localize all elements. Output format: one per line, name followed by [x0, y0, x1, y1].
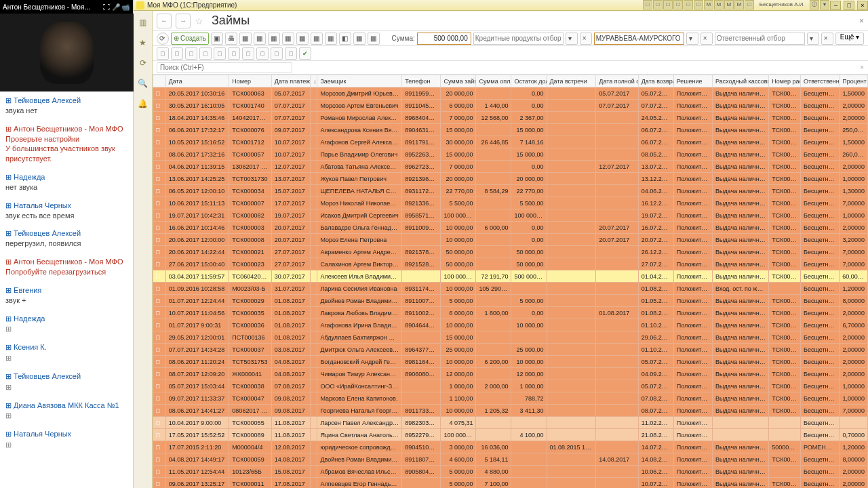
menu-icon[interactable]: ▥ [137, 16, 149, 28]
tb-icon[interactable]: ▾ [820, 0, 829, 9]
tool-icon[interactable]: ▦ [239, 33, 252, 45]
column-header[interactable]: Ответственный [801, 75, 840, 87]
tool-icon[interactable]: ▦ [368, 33, 380, 45]
tool-icon[interactable]: ▦ [353, 33, 366, 45]
tool2-icon[interactable]: □ [199, 47, 212, 60]
office-filter[interactable] [594, 33, 684, 45]
table-row[interactable]: 04.06.2017 11:39:1513062017 07:0012.07.2… [153, 161, 868, 173]
tb-icon[interactable]: □ [673, 0, 683, 9]
mic-icon[interactable]: 🎤 [111, 3, 121, 11]
tb-icon[interactable]: □ [643, 0, 652, 9]
column-header[interactable]: Дата полной оплаты [596, 75, 638, 87]
tool2-icon[interactable]: □ [271, 47, 283, 60]
table-row[interactable]: 10.07.2017 11:04:56ТСК00003501.08.2017Ла… [153, 307, 868, 319]
clear-icon[interactable]: × [701, 33, 713, 45]
tb-icon[interactable]: □ [745, 0, 754, 9]
table-row[interactable]: 01.07.2017 12:24:44ТСК00002901.08.2017Дв… [153, 295, 868, 307]
table-row[interactable]: 13.06.2017 14:25:25ТСТ003173013.07.2017Ж… [153, 173, 868, 185]
column-header[interactable]: Дата возврата [638, 75, 673, 87]
table-row[interactable]: 17.05.2017 15:52:52ТСК00008911.08.2017Яц… [153, 429, 868, 441]
column-header[interactable]: Дата платежа [271, 75, 310, 87]
tool2-icon[interactable]: □ [242, 47, 254, 60]
minimize-button[interactable]: – [830, 1, 841, 10]
tool2-icon[interactable]: □ [228, 47, 240, 60]
apply-button[interactable]: ✔ [299, 47, 311, 60]
tool-icon[interactable]: ▦ [282, 33, 294, 45]
column-header[interactable]: Дата встречи [547, 75, 596, 87]
column-header[interactable]: Телефон [402, 75, 441, 87]
grid-wrapper[interactable]: ДатаНомерДата платежа↓ЗаемщикТелефонСумм… [153, 75, 868, 488]
tool2-icon[interactable]: □ [285, 47, 297, 60]
tool2-icon[interactable]: □ [171, 47, 183, 60]
participant[interactable]: ⊞ Надежданет звука [5, 172, 130, 192]
tb-icon[interactable]: □ [684, 0, 693, 9]
back-button[interactable]: ← [157, 14, 172, 28]
tb-icon[interactable]: M [734, 0, 744, 9]
table-row[interactable]: 08.07.2017 12:09:20ЖК00004104.08.2017Чим… [153, 368, 868, 380]
table-row[interactable]: 18.04.2017 14:35:46140420171…07.07.2017Р… [153, 112, 868, 124]
table-row[interactable]: 04.08.2017 14:49:17ТСК00005914.08.2017Дв… [153, 453, 868, 466]
print-button[interactable]: 🖶 [225, 33, 237, 45]
tool2-icon[interactable]: □ [185, 47, 197, 60]
table-row[interactable]: 08.06.2017 11:20:24ТСТ503175304.08.2017Б… [153, 356, 868, 368]
tool-icon[interactable]: ▦ [268, 33, 280, 45]
column-header[interactable] [153, 75, 166, 87]
table-row[interactable]: 09.06.2017 13:25:17ТСК00001117.08.2017Ал… [153, 478, 868, 489]
table-row[interactable]: 10.06.2017 15:11:13ТСК00000717.07.2017Мо… [153, 197, 868, 209]
tool-icon[interactable]: ▦ [311, 33, 323, 45]
table-row[interactable]: 19.07.2017 10:42:31ТСК00008219.07.2017Ис… [153, 209, 868, 222]
table-row[interactable]: 05.07.2017 15:03:44ТСК00003807.08.2017ОО… [153, 380, 868, 392]
table-row[interactable]: 07.07.2017 14:34:28ТСК00003703.08.2017Дм… [153, 344, 868, 356]
tb-icon[interactable]: M [704, 0, 713, 9]
table-row[interactable]: 01.07.2017 9:00:31ТСК00003601.08.2017Ага… [153, 319, 868, 331]
column-header[interactable]: Остаток долга [511, 75, 547, 87]
clear-icon[interactable]: × [821, 33, 833, 45]
participant[interactable]: ⊞ Надежда⊞ [5, 314, 130, 335]
fav-star-icon[interactable]: ☆ [195, 16, 203, 26]
maximize-button[interactable]: □ [844, 1, 854, 10]
table-row[interactable]: 03.04.2017 11:59:57ТС060420170…30.07.201… [153, 270, 868, 283]
table-row[interactable]: 11.05.2017 12:54:4410123/65Б15.08.2017Аб… [153, 466, 868, 478]
participant[interactable]: ⊞ Антон Бесщетников - Моя МФОПроверьте н… [5, 124, 130, 164]
refresh-button[interactable]: ⟳ [157, 33, 169, 45]
history-icon[interactable]: ⟳ [137, 57, 149, 69]
table-row[interactable]: 20.06.2017 14:22:44ТСК00002127.07.2017Ав… [153, 246, 868, 258]
column-header[interactable]: Сумма оплат [476, 75, 511, 87]
table-row[interactable]: 06.05.2017 12:00:10ТСК00003415.07.2017ЩЕ… [153, 185, 868, 197]
dropdown-icon[interactable]: ▾ [566, 33, 578, 45]
column-header[interactable]: Решение [673, 75, 712, 87]
table-row[interactable]: 30.05.2017 16:10:05ТСК00174007.07.2017Мо… [153, 100, 868, 112]
column-header[interactable]: Процент [840, 75, 868, 87]
tb-icon[interactable]: □ [663, 0, 673, 9]
clear-icon[interactable]: × [580, 33, 592, 45]
table-row[interactable]: 20.06.2017 12:00:00ТСК00000820.07.2017Мо… [153, 234, 868, 246]
participant[interactable]: ⊞ Ксения К.⊞ [5, 342, 130, 363]
column-header[interactable]: ↓ [311, 75, 317, 87]
bell-icon[interactable]: 🔔 [137, 98, 149, 110]
table-row[interactable]: 09.07.2017 11:33:37ТСК00004709.08.2017Ма… [153, 392, 868, 405]
participant[interactable]: ⊞ Евгениязвук + [5, 285, 130, 306]
responsible-filter[interactable] [715, 33, 805, 45]
column-header[interactable]: Дата [165, 75, 229, 87]
table-row[interactable]: 20.05.2017 10:30:16ТСК00006305.07.2017Мо… [153, 87, 868, 100]
dropdown-icon[interactable]: ▾ [807, 33, 819, 45]
tool2-icon[interactable]: □ [157, 47, 169, 60]
product-filter[interactable] [473, 33, 564, 45]
create-button[interactable]: ⊕ Создать [171, 33, 209, 45]
column-header[interactable]: Номер [229, 75, 271, 87]
column-header[interactable]: Расходный кассовый ор… [712, 75, 768, 87]
tb-icon[interactable]: ⓘ [810, 0, 819, 9]
table-row[interactable]: 27.06.2017 15:00:40ТСК00002327.07.2017Са… [153, 258, 868, 270]
tool-icon[interactable]: ▦ [325, 33, 337, 45]
participant[interactable]: ⊞ Тейковцев Алексейзвука нет [5, 96, 130, 116]
dropdown-icon[interactable]: ▾ [686, 33, 698, 45]
tool2-icon[interactable]: □ [214, 47, 226, 60]
table-row[interactable]: 17.07.2015 2:11:20М000004/412.08.2017юри… [153, 441, 868, 453]
tool-icon[interactable]: ▦ [296, 33, 309, 45]
search-icon[interactable]: 🔍 [137, 77, 149, 89]
table-row[interactable]: 10.04.2017 9:00:00ТСК00005511.08.2017Лар… [153, 417, 868, 429]
participant[interactable]: ⊞ Тейковцев Алексей⊞ [5, 371, 130, 392]
forward-button[interactable]: → [176, 14, 191, 28]
column-header[interactable]: Номер расх… [769, 75, 801, 87]
tb-icon[interactable]: M [714, 0, 724, 9]
